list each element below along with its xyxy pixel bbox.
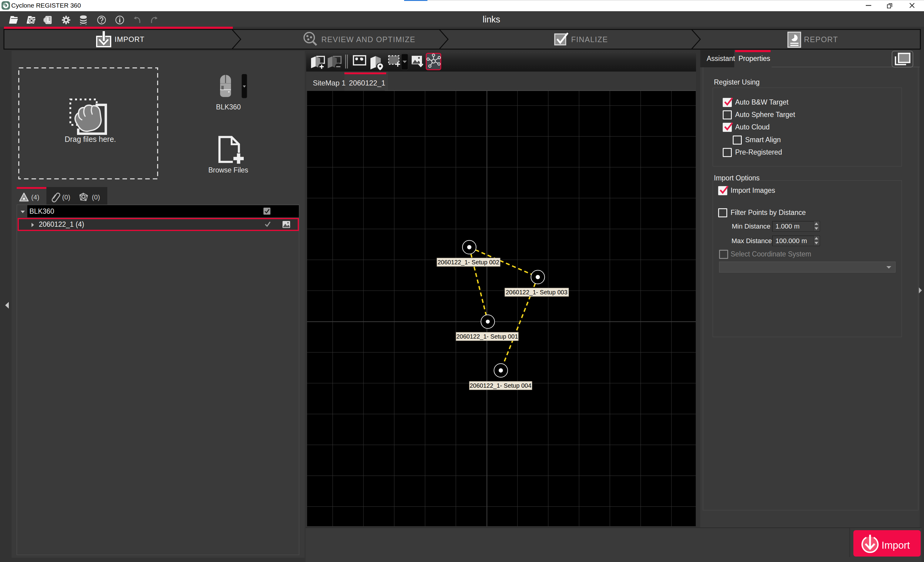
- svg-text:REPORT: REPORT: [804, 35, 838, 43]
- svg-text:2060122_1- Setup 002: 2060122_1- Setup 002: [438, 259, 499, 266]
- svg-text:2060122_1- Setup 001: 2060122_1- Setup 001: [456, 333, 518, 340]
- svg-text:2060122_1- Setup 003: 2060122_1- Setup 003: [506, 289, 567, 296]
- svg-text:FINALIZE: FINALIZE: [571, 35, 608, 43]
- svg-text:Drag files here.: Drag files here.: [64, 135, 116, 143]
- svg-text:REVIEW AND OPTIMIZE: REVIEW AND OPTIMIZE: [321, 35, 416, 43]
- svg-text:2060122_1- Setup 004: 2060122_1- Setup 004: [470, 382, 531, 389]
- svg-text:IMPORT: IMPORT: [115, 35, 145, 43]
